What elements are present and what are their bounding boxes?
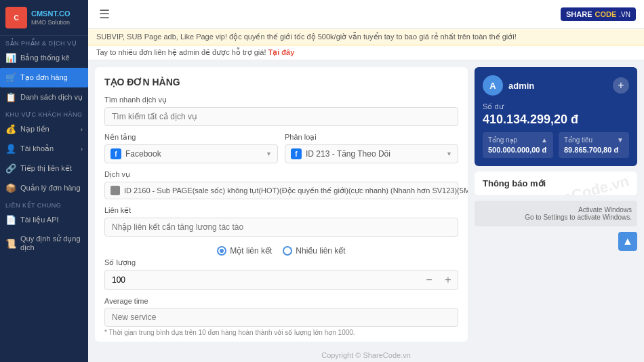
avatar-initial: A xyxy=(489,81,496,91)
service-img-icon xyxy=(110,186,120,195)
total-spend-amount: 89.865.700,80 đ xyxy=(564,146,624,154)
average-time-group: Average time * Thời gian trung bình dựa … xyxy=(104,297,458,336)
user-card: A admin + Số dư 410.134.299,20 đ Tổng nạ… xyxy=(475,67,637,166)
total-deposit-label: Tổng nạp xyxy=(488,136,517,144)
vn-text: .VN xyxy=(619,11,630,18)
main-area: ☰ SHARE CODE .VN SUBVIP, SUB Page adb, L… xyxy=(88,0,644,362)
service-group: Dịch vụ ID 2160 - Sub PAGE(sale sốc) khô… xyxy=(104,170,458,199)
balance-amount: 410.134.299,20 đ xyxy=(483,113,629,127)
sidebar-item-tai-lieu[interactable]: 📄 Tài liệu API xyxy=(0,210,88,230)
radio-group: Một liên kết Nhiều liên kết xyxy=(104,243,458,258)
average-time-note: * Thời gian trung bình dựa trên 10 đơn h… xyxy=(104,329,458,336)
quantity-input[interactable] xyxy=(105,271,420,289)
sidebar-item-label: Quy định sử dụng dịch xyxy=(20,235,83,252)
share-text: SHARE xyxy=(566,10,592,18)
code-text: CODE xyxy=(595,10,617,18)
radio-multiple-label: Nhiều liên kết xyxy=(296,246,345,256)
total-spend-arrow: ▼ xyxy=(617,136,624,144)
topbar-right: SHARE CODE .VN xyxy=(561,7,636,21)
sidebar-item-label: Quản lý đơn hàng xyxy=(20,184,81,193)
quantity-decrement[interactable]: − xyxy=(420,270,439,289)
sidebar-item-thong-ke[interactable]: 📊 Bảng thống kê xyxy=(0,48,88,68)
money-icon: 💰 xyxy=(5,124,16,134)
quantity-label: Số lượng xyxy=(104,258,458,267)
logo-text: CMSNT.CO xyxy=(31,9,70,18)
balance-label: Số dư xyxy=(483,102,629,111)
announcement-bar: SUBVIP, SUB Page adb, Like Page vip! độc… xyxy=(88,29,644,45)
platform-select[interactable]: Facebook xyxy=(125,145,262,163)
radio-single[interactable]: Một liên kết xyxy=(217,246,272,256)
user-card-header: A admin + xyxy=(483,75,629,96)
platform-group: Nền tảng f Facebook xyxy=(104,133,278,163)
sidebar-item-danh-sach[interactable]: 📋 Danh sách dịch vụ xyxy=(0,87,88,107)
search-label: Tìm nhanh dịch vụ xyxy=(104,96,458,104)
avatar: A xyxy=(483,75,503,96)
activate-line2: Go to Settings to activate Windows. xyxy=(480,214,632,221)
form-title: TẠO ĐƠN HÀNG xyxy=(104,77,458,87)
menu-hamburger[interactable]: ☰ xyxy=(96,4,113,24)
back-to-top[interactable]: ▲ xyxy=(618,232,637,251)
sidebar: C CMSNT.CO MMO Solution SẢN PHẨM & DỊCH … xyxy=(0,0,88,362)
search-group: Tìm nhanh dịch vụ xyxy=(104,96,458,126)
total-deposit-arrow: ▲ xyxy=(541,136,548,144)
doc-icon: 📄 xyxy=(5,215,16,225)
total-deposit-amount: 500.000.000,00 đ xyxy=(488,146,548,154)
user-info: A admin xyxy=(483,75,534,96)
section-label-products: SẢN PHẨM & DỊCH VỤ xyxy=(0,36,88,48)
facebook-icon: f xyxy=(110,148,121,159)
service-label: Dịch vụ xyxy=(104,170,458,179)
link-input[interactable] xyxy=(104,218,458,237)
activate-windows: Activate Windows Go to Settings to activ… xyxy=(475,201,637,226)
category-group: Phân loại f ID 213 - Tăng Theo Dõi xyxy=(285,133,458,163)
balance-row: Tổng nạp ▲ 500.000.000,00 đ Tổng tiêu ▼ … xyxy=(483,132,629,158)
platform-label: Nền tảng xyxy=(104,133,278,142)
sidebar-item-label: Tài khoản xyxy=(20,144,54,153)
category-select-wrapper[interactable]: f ID 213 - Tăng Theo Dõi xyxy=(285,144,458,163)
category-select[interactable]: ID 213 - Tăng Theo Dõi xyxy=(306,145,442,163)
sidebar-item-tai-khoan[interactable]: 👤 Tài khoản › xyxy=(0,139,88,159)
sidebar-item-quan-ly[interactable]: 📦 Quản lý đơn hàng xyxy=(0,178,88,198)
quantity-group: Số lượng − + xyxy=(104,258,458,290)
search-input[interactable] xyxy=(104,107,458,126)
service-select-wrapper[interactable]: ID 2160 - Sub PAGE(sale sốc) không tụt(H… xyxy=(104,182,458,199)
logo-icon: C xyxy=(5,7,27,28)
total-spend-label: Tổng tiêu xyxy=(564,136,592,144)
category-fb-icon: f xyxy=(291,148,302,159)
total-deposit-item: Tổng nạp ▲ 500.000.000,00 đ xyxy=(483,132,553,158)
service-select[interactable]: ID 2160 - Sub PAGE(sale sốc) không tụt(H… xyxy=(124,182,468,199)
sidebar-item-tiep-thi[interactable]: 🔗 Tiếp thị liên kết xyxy=(0,159,88,178)
platform-category-row: Nền tảng f Facebook Phân loại f ID 213 -… xyxy=(104,133,458,170)
total-spend-item: Tổng tiêu ▼ 89.865.700,80 đ xyxy=(559,132,629,158)
add-button[interactable]: + xyxy=(613,77,629,94)
logo: C CMSNT.CO MMO Solution xyxy=(0,0,88,36)
radio-multiple[interactable]: Nhiều liên kết xyxy=(283,246,345,256)
notification-card: Thông báo mới ShareCode.vn xyxy=(475,172,637,195)
section-label-customer: KHU VỰC KHÁCH HÀNG xyxy=(0,107,88,119)
radio-single-label: Một liên kết xyxy=(230,246,272,256)
topbar: ☰ SHARE CODE .VN xyxy=(88,0,644,29)
support-link[interactable]: Tại đây xyxy=(268,48,295,56)
sidebar-item-tao-don-hang[interactable]: 🛒 Tạo đơn hàng xyxy=(0,68,88,87)
sidebar-item-label: Bảng thống kê xyxy=(20,54,70,62)
link-icon: 🔗 xyxy=(5,163,16,174)
username: admin xyxy=(508,81,534,91)
quantity-increment[interactable]: + xyxy=(439,270,458,289)
link-label: Liên kết xyxy=(104,206,458,215)
sidebar-item-label: Tiếp thị liên kết xyxy=(20,164,72,173)
support-text: Tay to nhiều đơn liên hệ admin đề được h… xyxy=(96,48,266,56)
logo-sub: MMO Solution xyxy=(31,19,70,26)
scroll-icon: 📜 xyxy=(5,239,16,249)
right-panel: A admin + Số dư 410.134.299,20 đ Tổng nạ… xyxy=(475,67,637,342)
announcement-text: SUBVIP, SUB Page adb, Like Page vip! độc… xyxy=(96,33,517,41)
sidebar-item-label: Tài liệu API xyxy=(20,216,59,224)
arrow-icon: › xyxy=(81,126,83,133)
user-icon: 👤 xyxy=(5,144,16,154)
category-label: Phân loại xyxy=(285,133,458,142)
sidebar-item-quy-dinh[interactable]: 📜 Quy định sử dụng dịch xyxy=(0,230,88,257)
sidebar-item-label: Nạp tiền xyxy=(20,125,49,134)
sidebar-item-nap-tien[interactable]: 💰 Nạp tiền › xyxy=(0,119,88,139)
arrow-icon: › xyxy=(81,146,83,153)
average-time-input[interactable] xyxy=(104,308,458,327)
radio-single-dot xyxy=(217,246,226,256)
platform-select-wrapper[interactable]: f Facebook xyxy=(104,144,278,163)
